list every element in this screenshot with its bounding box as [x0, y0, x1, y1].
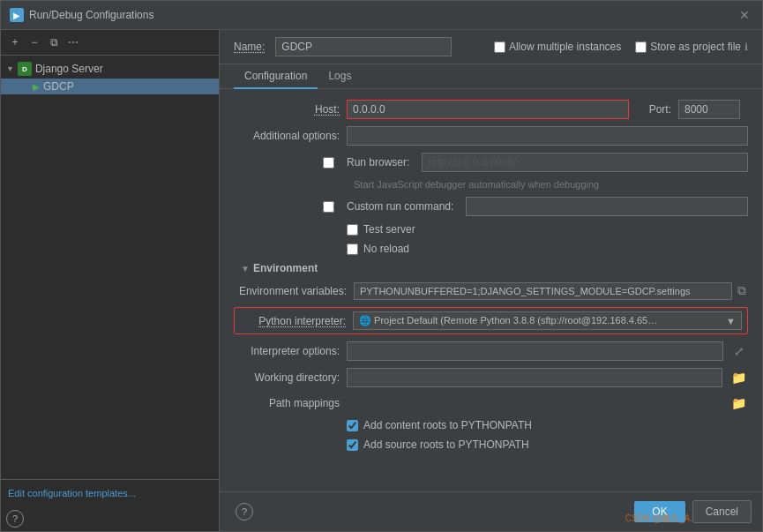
allow-multiple-checkbox[interactable]	[494, 41, 505, 53]
env-vars-wrapper: ⧉	[354, 281, 748, 300]
custom-run-checkbox[interactable]	[323, 201, 334, 213]
python-interpreter-label: Python interpreter:	[240, 315, 346, 327]
interpreter-options-expand-button[interactable]: ⤢	[730, 342, 748, 360]
python-interpreter-select[interactable]: 🌐 Project Default (Remote Python 3.8.8 (…	[353, 311, 742, 330]
bottom-bar: ? OK Cancel	[220, 491, 762, 531]
watermark: CSDN @魔方_A.	[625, 513, 692, 525]
env-vars-input[interactable]	[354, 282, 732, 300]
additional-options-label: Additional options:	[234, 130, 340, 142]
add-source-roots-label: Add source roots to PYTHONPATH	[363, 438, 529, 451]
store-info-icon: ℹ	[744, 41, 748, 53]
run-browser-label: Run browser:	[347, 156, 409, 169]
left-toolbar: + − ⧉ ⋯	[1, 30, 219, 56]
port-label: Port:	[636, 103, 671, 116]
no-reload-checkbox[interactable]	[347, 244, 358, 255]
config-tree: ▼ D Django Server ▶ GDCP	[1, 56, 219, 479]
env-vars-label: Environment variables:	[234, 285, 347, 297]
django-icon: D	[18, 62, 32, 76]
path-mappings-label: Path mappings	[234, 397, 340, 409]
environment-chevron-icon: ▼	[241, 264, 250, 273]
environment-section-header: ▼ Environment	[234, 262, 748, 274]
cancel-button[interactable]: Cancel	[692, 500, 752, 523]
close-button[interactable]: ✕	[736, 6, 753, 24]
test-server-row: Test server	[234, 223, 748, 236]
dropdown-arrow-icon: ▼	[726, 316, 736, 326]
dialog-title: Run/Debug Configurations	[29, 9, 153, 21]
run-icon: ▶	[33, 82, 40, 92]
right-panel: Name: Allow multiple instances Store as …	[220, 30, 762, 531]
path-mappings-row: Path mappings 📁	[234, 394, 748, 412]
store-project-checkbox[interactable]	[635, 41, 647, 53]
name-input[interactable]	[275, 37, 452, 56]
add-source-roots-row: Add source roots to PYTHONPATH	[234, 438, 748, 451]
allow-multiple-label[interactable]: Allow multiple instances	[494, 41, 621, 53]
add-config-button[interactable]: +	[6, 34, 24, 51]
bottom-left: ?	[230, 499, 627, 524]
dialog-icon: ▶	[10, 8, 24, 22]
python-interpreter-row: Python interpreter: 🌐 Project Default (R…	[234, 307, 748, 334]
help-button[interactable]: ?	[6, 510, 24, 528]
environment-section-title: Environment	[253, 262, 318, 274]
add-content-roots-label: Add content roots to PYTHONPATH	[363, 419, 532, 431]
tree-group-label: Django Server	[35, 63, 103, 75]
tree-item-label: GDCP	[43, 80, 74, 93]
name-label: Name:	[234, 41, 265, 53]
custom-run-input[interactable]	[466, 197, 748, 216]
host-row: Host: Port:	[234, 100, 748, 119]
run-browser-input[interactable]	[422, 153, 748, 172]
env-vars-copy-button[interactable]: ⧉	[736, 281, 748, 300]
add-content-roots-row: Add content roots to PYTHONPATH	[234, 419, 748, 431]
interpreter-options-input[interactable]	[347, 341, 723, 361]
js-debug-note: Start JavaScript debugger automatically …	[234, 179, 748, 190]
run-debug-dialog: ▶ Run/Debug Configurations ✕ + − ⧉ ⋯ ▼ D…	[0, 0, 763, 532]
interpreter-options-label: Interpreter options:	[234, 345, 340, 357]
tree-item-gdcp[interactable]: ▶ GDCP	[1, 79, 219, 94]
content-area: + − ⧉ ⋯ ▼ D Django Server ▶ GDCP Edit co…	[1, 30, 762, 531]
host-label: Host:	[234, 103, 340, 116]
title-bar: ▶ Run/Debug Configurations ✕	[1, 1, 762, 30]
working-directory-folder-button[interactable]: 📁	[729, 369, 748, 386]
more-options-button[interactable]: ⋯	[64, 34, 82, 51]
tab-logs[interactable]: Logs	[318, 64, 362, 89]
python-interpreter-value: 🌐 Project Default (Remote Python 3.8.8 (…	[359, 315, 659, 326]
additional-options-row: Additional options:	[234, 126, 748, 146]
add-content-roots-checkbox[interactable]	[347, 420, 358, 431]
left-panel: + − ⧉ ⋯ ▼ D Django Server ▶ GDCP Edit co…	[1, 30, 220, 531]
top-bar: Name: Allow multiple instances Store as …	[220, 30, 762, 64]
additional-options-input[interactable]	[347, 126, 748, 146]
no-reload-label: No reload	[363, 243, 409, 255]
run-browser-checkbox[interactable]	[323, 157, 334, 169]
copy-config-button[interactable]: ⧉	[45, 34, 63, 51]
no-reload-row: No reload	[234, 243, 748, 255]
checkbox-group: Allow multiple instances Store as projec…	[494, 41, 748, 53]
add-source-roots-checkbox[interactable]	[347, 439, 358, 451]
title-bar-left: ▶ Run/Debug Configurations	[10, 8, 153, 22]
tab-configuration[interactable]: Configuration	[234, 64, 318, 89]
working-directory-label: Working directory:	[234, 371, 340, 384]
port-input[interactable]	[678, 100, 740, 119]
custom-run-label: Custom run command:	[347, 200, 453, 213]
path-mappings-folder-button[interactable]: 📁	[729, 394, 748, 412]
working-directory-row: Working directory: 📁	[234, 368, 748, 387]
tree-chevron-icon: ▼	[6, 64, 14, 73]
test-server-label: Test server	[363, 223, 415, 236]
test-server-checkbox[interactable]	[347, 224, 358, 236]
host-input[interactable]	[347, 100, 629, 119]
interpreter-options-row: Interpreter options: ⤢	[234, 341, 748, 361]
bottom-help-button[interactable]: ?	[236, 503, 253, 521]
form-area: Host: Port: Additional options: Run brow…	[220, 89, 762, 491]
env-vars-row: Environment variables: ⧉	[234, 281, 748, 300]
working-directory-input[interactable]	[347, 368, 722, 387]
store-project-label[interactable]: Store as project file ℹ	[635, 41, 748, 53]
edit-templates-link[interactable]: Edit configuration templates...	[8, 488, 136, 498]
tabs-bar: Configuration Logs	[220, 64, 762, 89]
left-bottom-area: Edit configuration templates...	[1, 479, 219, 506]
run-browser-row: Run browser:	[234, 153, 748, 172]
tree-group-django[interactable]: ▼ D Django Server	[1, 59, 219, 79]
custom-run-row: Custom run command:	[234, 197, 748, 216]
remove-config-button[interactable]: −	[26, 34, 43, 51]
